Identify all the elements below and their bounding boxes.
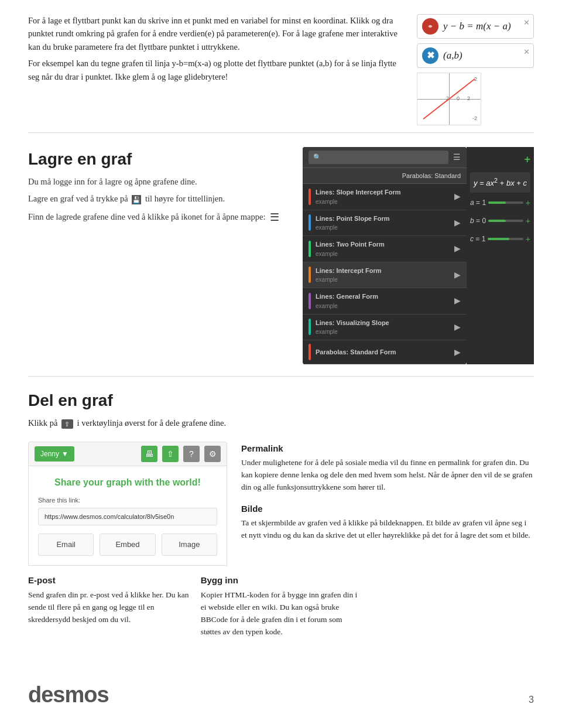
permalink-title: Permalink — [241, 442, 534, 455]
item-color-1 — [309, 214, 311, 231]
share-toolbar-icons: 🖶 ⇧ ? ⚙ — [141, 446, 221, 462]
param-c-plus[interactable]: + — [526, 233, 530, 245]
right-param-a: a = 1 + — [470, 195, 530, 211]
item-color-3 — [309, 266, 311, 283]
bygg-inn-col: Bygg inn Kopier HTML-koden for å bygge i… — [201, 574, 362, 638]
item-color-5 — [309, 319, 311, 335]
settings-icon-btn[interactable]: ⚙ — [204, 446, 221, 462]
share-dialog-screenshot: Jenny ▼ 🖶 ⇧ ? ⚙ Share your graph with th… — [28, 442, 227, 566]
item-title-4: Lines: General Form — [316, 292, 450, 302]
svg-line-1 — [423, 79, 475, 119]
share-link-box[interactable]: https://www.desmos.com/calculator/8lv5is… — [38, 508, 217, 526]
item-color-0 — [309, 189, 311, 205]
epost-text: Send grafen din pr. e-post ved å klikke … — [28, 589, 189, 626]
lagre-desc3: Finn de lagrede grafene dine ved å klikk… — [28, 209, 291, 226]
share-link-label: Share this link: — [38, 495, 217, 505]
help-icon-btn[interactable]: ? — [183, 446, 200, 462]
sidebar-search[interactable]: 🔍 — [309, 151, 448, 164]
item-icon-1: ▶ — [454, 217, 461, 229]
print-icon-btn[interactable]: 🖶 — [141, 446, 157, 462]
desmos-logo-text: desmos — [28, 682, 109, 707]
param-b-plus[interactable]: + — [526, 215, 530, 227]
lagre-desc1: Du må logge inn for å lagre og åpne graf… — [28, 175, 291, 189]
share-buttons: Email Embed Image — [38, 534, 217, 556]
item-color-6 — [309, 344, 311, 360]
item-icon-2: ▶ — [454, 242, 461, 255]
sidebar-item-1[interactable]: Lines: Point Slope Form example ▶ — [303, 210, 467, 237]
item-sub-0: example — [316, 197, 450, 206]
del-section: Del en graf Klikk på ⇧ i verktøylinja øv… — [28, 388, 534, 430]
item-title-3: Lines: Intercept Form — [316, 266, 450, 276]
bilde-title: Bilde — [241, 502, 534, 515]
right-formula-panel: + y = ax2 + bx + c a = 1 + b = 0 — [467, 147, 534, 364]
item-icon-3: ▶ — [454, 269, 461, 281]
sidebar-title: Parabolas: Standard — [402, 172, 461, 179]
item-icon-5: ▶ — [454, 321, 461, 333]
item-info-1: Lines: Point Slope Form example — [316, 214, 450, 233]
lagre-section: Lagre en graf Du må logge inn for å lagr… — [28, 147, 534, 364]
embed-btn[interactable]: Embed — [100, 534, 155, 556]
epost-title: E-post — [28, 574, 189, 587]
email-btn[interactable]: Email — [38, 534, 94, 556]
formula-container: y − b = m(x − a) ✕ ✖ (a,b) ✕ 2 -2 2 0 2 — [417, 14, 534, 125]
item-title-1: Lines: Point Slope Form — [316, 214, 450, 224]
sidebar-item-0[interactable]: Lines: Slope Intercept Form example ▶ — [303, 184, 467, 210]
top-paragraph2: For eksempel kan du tegne grafen til lin… — [28, 57, 405, 83]
item-color-2 — [309, 241, 311, 257]
item-sub-5: example — [316, 327, 450, 336]
item-title-5: Lines: Visualizing Slope — [316, 318, 450, 328]
bilde-block: Bilde Ta et skjermbilde av grafen ved å … — [241, 502, 534, 542]
sidebar-item-2[interactable]: Lines: Two Point Form example ▶ — [303, 236, 467, 262]
item-info-6: Parabolas: Standard Form — [316, 347, 450, 357]
permalink-text: Under mulighetene for å dele på sosiale … — [241, 457, 534, 494]
sidebar-top-bar: 🔍 ☰ — [303, 147, 467, 168]
del-title: Del en graf — [28, 388, 534, 413]
desmos-logo: desmos — [28, 678, 109, 712]
item-sub-2: example — [316, 249, 450, 258]
share-body: Share your graph with the world! Share t… — [28, 466, 227, 566]
top-text: For å lage et flyttbart punkt kan du skr… — [28, 14, 405, 125]
share-user-btn[interactable]: Jenny ▼ — [35, 446, 74, 462]
item-icon-6: ▶ — [454, 346, 461, 358]
bygg-inn-text: Kopier HTML-koden for å bygge inn grafen… — [201, 589, 362, 638]
param-a-plus[interactable]: + — [526, 197, 530, 209]
bottom-section: E-post Send grafen din pr. e-post ved å … — [28, 574, 534, 638]
item-title-6: Parabolas: Standard Form — [316, 347, 450, 357]
menu-icon-inline: ☰ — [270, 211, 279, 223]
sidebar-item-5[interactable]: Lines: Visualizing Slope example ▶ — [303, 315, 467, 341]
share-section: Jenny ▼ 🖶 ⇧ ? ⚙ Share your graph with th… — [28, 442, 534, 566]
plus-icon[interactable]: + — [524, 152, 530, 168]
user-name: Jenny — [40, 449, 59, 459]
spacer — [373, 574, 534, 638]
dropdown-chevron: ▼ — [61, 449, 68, 459]
del-desc: Klikk på ⇧ i verktøylinja øverst for å d… — [28, 416, 534, 430]
epost-col: E-post Send grafen din pr. e-post ved å … — [28, 574, 189, 638]
formula-box-2: ✖ (a,b) ✕ — [417, 43, 534, 68]
item-sub-3: example — [316, 275, 450, 284]
desmos-sidebar: 🔍 ☰ Parabolas: Standard Lines: Slope Int… — [303, 147, 467, 364]
formula-box-1: y − b = m(x − a) ✕ — [417, 14, 534, 39]
share-toolbar: Jenny ▼ 🖶 ⇧ ? ⚙ — [28, 442, 227, 466]
formula1-close[interactable]: ✕ — [523, 17, 530, 29]
right-formula-1: y = ax2 + bx + c — [470, 172, 530, 193]
item-info-2: Lines: Two Point Form example — [316, 240, 450, 258]
lagre-desc2: Lagre en graf ved å trykke på 💾 til høyr… — [28, 192, 291, 206]
sidebar-item-6[interactable]: Parabolas: Standard Form ▶ — [303, 340, 467, 364]
bilde-text: Ta et skjermbilde av grafen ved å klikke… — [241, 517, 534, 542]
sidebar-item-4[interactable]: Lines: General Form example ▶ — [303, 288, 467, 315]
formula1-text: y − b = m(x − a) — [443, 19, 511, 34]
image-btn[interactable]: Image — [162, 534, 217, 556]
share-annotations: Permalink Under mulighetene for å dele p… — [241, 442, 534, 566]
divider1 — [28, 132, 534, 133]
item-sub-4: example — [316, 302, 450, 310]
save-icon-inline: 💾 — [132, 195, 141, 204]
formula2-close[interactable]: ✕ — [523, 46, 530, 58]
formula2-text: (a,b) — [443, 48, 462, 63]
sidebar-item-3[interactable]: Lines: Intercept Form example ▶ — [303, 262, 467, 289]
share-icon-btn[interactable]: ⇧ — [162, 446, 179, 462]
sidebar-hamburger-icon[interactable]: ☰ — [453, 151, 461, 163]
item-color-4 — [309, 293, 311, 309]
desmos-logo-icon-1 — [422, 18, 438, 35]
item-icon-4: ▶ — [454, 295, 461, 307]
right-param-b: b = 0 + — [470, 213, 530, 229]
